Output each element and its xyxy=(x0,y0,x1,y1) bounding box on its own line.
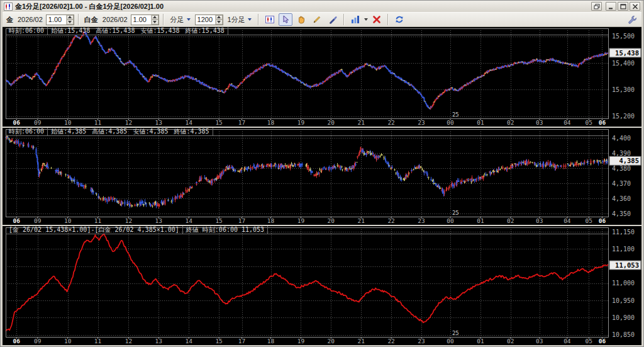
spin-up-button[interactable] xyxy=(67,15,74,20)
maximize-icon xyxy=(620,4,626,9)
svg-text:12: 12 xyxy=(125,119,132,126)
window-controls xyxy=(591,2,640,11)
chart-type-button[interactable] xyxy=(263,13,277,26)
spread-line-chart[interactable]: 2506091011121314151718192021222300010203… xyxy=(3,226,641,345)
chevron-down-icon[interactable] xyxy=(364,18,368,21)
bar-count-input[interactable]: 1200 xyxy=(195,14,223,25)
svg-text:20: 20 xyxy=(328,119,335,126)
spin-down-button[interactable] xyxy=(67,20,74,25)
svg-text:04: 04 xyxy=(564,338,571,344)
chart-type-icon xyxy=(265,14,275,25)
indicator-button[interactable] xyxy=(348,13,362,26)
draw-pen-button[interactable] xyxy=(326,13,340,26)
svg-text:18: 18 xyxy=(267,338,275,344)
platinum-candlestick-chart[interactable]: 2506091011121314151718192021222300010203… xyxy=(3,128,641,225)
svg-text:05: 05 xyxy=(586,338,592,344)
svg-text:21: 21 xyxy=(357,119,365,126)
svg-text:01: 01 xyxy=(477,217,484,224)
svg-text:14: 14 xyxy=(186,338,193,344)
chevron-down-icon xyxy=(187,18,191,21)
app-icon xyxy=(4,3,13,11)
platinum-contract-month: 2026/02 xyxy=(101,16,129,23)
svg-text:06: 06 xyxy=(13,119,21,126)
svg-text:21: 21 xyxy=(357,217,365,224)
svg-text:03: 03 xyxy=(536,119,543,126)
minimize-button[interactable] xyxy=(606,2,616,11)
refresh-button[interactable] xyxy=(392,13,406,26)
interval-dropdown[interactable]: 1分足 xyxy=(225,14,254,25)
svg-text:19: 19 xyxy=(297,217,305,224)
svg-text:03: 03 xyxy=(536,217,543,224)
svg-text:04: 04 xyxy=(564,217,571,224)
svg-text:25: 25 xyxy=(452,210,459,216)
toolbar-separator xyxy=(343,14,345,25)
pen-icon xyxy=(328,14,338,25)
svg-text:11,150: 11,150 xyxy=(612,229,635,236)
svg-text:10: 10 xyxy=(64,338,72,344)
platinum-multiplier-value[interactable]: 1.00 xyxy=(131,15,151,25)
minimize-icon xyxy=(608,4,614,9)
svg-text:14: 14 xyxy=(186,217,193,224)
svg-text:25: 25 xyxy=(452,330,459,336)
svg-text:20: 20 xyxy=(328,338,335,344)
svg-text:01: 01 xyxy=(477,338,484,344)
draw-line-button[interactable] xyxy=(310,13,324,26)
svg-text:01: 01 xyxy=(477,119,484,126)
gold-multiplier-value[interactable]: 1.00 xyxy=(47,15,66,25)
spin-up-button[interactable] xyxy=(216,15,223,20)
settings-wrench-button[interactable] xyxy=(625,13,639,26)
svg-text:21: 21 xyxy=(357,338,365,344)
bar-count-value[interactable]: 1200 xyxy=(196,15,215,25)
svg-text:15: 15 xyxy=(215,119,222,126)
svg-text:23: 23 xyxy=(418,217,425,224)
svg-text:15,200: 15,200 xyxy=(612,113,635,120)
svg-text:11: 11 xyxy=(94,217,102,224)
gold-contract-month: 2026/02 xyxy=(16,16,44,23)
svg-text:05: 05 xyxy=(586,217,592,224)
svg-text:09: 09 xyxy=(34,338,42,344)
cascade-button[interactable] xyxy=(591,2,602,11)
toolbar-separator xyxy=(163,14,164,25)
platinum-chart-pane: 2506091011121314151718192021222300010203… xyxy=(3,128,641,225)
spread-chart-pane: 2506091011121314151718192021222300010203… xyxy=(3,226,641,345)
svg-text:4,350: 4,350 xyxy=(612,210,631,217)
svg-text:15,500: 15,500 xyxy=(612,33,635,40)
gold-candlestick-chart[interactable]: 2506091011121314151718192021222300010203… xyxy=(3,27,641,127)
period-type-dropdown[interactable]: 分足 xyxy=(168,14,193,25)
spin-down-button[interactable] xyxy=(152,20,158,25)
svg-text:13: 13 xyxy=(155,217,162,224)
svg-text:12: 12 xyxy=(125,338,132,344)
cursor-arrow-icon xyxy=(280,14,291,25)
svg-text:12: 12 xyxy=(125,217,132,224)
svg-text:22: 22 xyxy=(387,217,394,224)
svg-text:15,438: 15,438 xyxy=(615,49,639,57)
svg-text:14: 14 xyxy=(186,119,193,126)
svg-text:19: 19 xyxy=(297,338,305,344)
spin-down-button[interactable] xyxy=(216,20,223,25)
svg-text:17: 17 xyxy=(238,217,245,224)
svg-text:13: 13 xyxy=(155,119,162,126)
pan-tool-button[interactable] xyxy=(294,13,308,26)
svg-text:4,380: 4,380 xyxy=(612,165,631,172)
close-button[interactable] xyxy=(630,2,640,11)
maximize-button[interactable] xyxy=(618,2,628,11)
spin-up-button[interactable] xyxy=(152,15,158,20)
svg-text:10: 10 xyxy=(64,119,72,126)
svg-text:11: 11 xyxy=(94,119,102,126)
svg-text:19: 19 xyxy=(297,119,305,126)
platinum-multiplier-input[interactable]: 1.00 xyxy=(131,14,159,25)
svg-text:11,100: 11,100 xyxy=(612,246,635,253)
titlebar: 金1分足[2026/02]1.00 - 白金1分足[2026/02]1.00 xyxy=(3,1,641,12)
select-tool-button[interactable] xyxy=(279,13,292,26)
svg-text:02: 02 xyxy=(507,217,514,224)
gold-multiplier-input[interactable]: 1.00 xyxy=(46,14,74,25)
svg-text:06: 06 xyxy=(599,119,606,126)
svg-text:02: 02 xyxy=(507,119,514,126)
svg-text:00: 00 xyxy=(447,217,454,224)
period-type-value: 分足 xyxy=(170,15,184,25)
chevron-down-icon xyxy=(248,18,252,21)
svg-text:05: 05 xyxy=(586,119,592,126)
delete-button[interactable] xyxy=(370,13,384,26)
svg-text:15: 15 xyxy=(215,338,222,344)
svg-text:11,053: 11,053 xyxy=(615,261,639,269)
